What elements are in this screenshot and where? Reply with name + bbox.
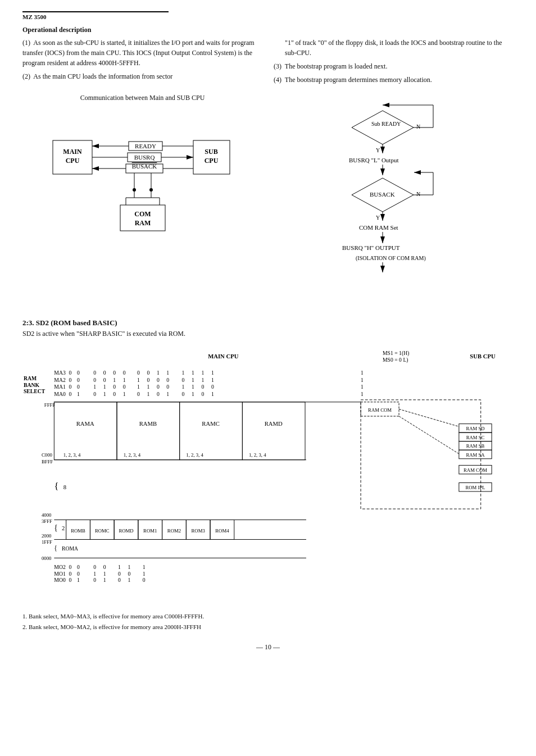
svg-text:0: 0 xyxy=(77,571,80,577)
svg-rect-149 xyxy=(242,402,305,460)
svg-text:0: 0 xyxy=(69,564,72,570)
svg-text:RAM SD: RAM SD xyxy=(466,426,484,431)
svg-text:1: 1 xyxy=(166,391,169,397)
svg-text:0: 0 xyxy=(166,384,169,390)
svg-text:0: 0 xyxy=(147,377,149,383)
svg-text:0: 0 xyxy=(143,577,146,583)
svg-text:MA2: MA2 xyxy=(54,377,66,383)
svg-text:ROMB: ROMB xyxy=(71,528,85,534)
svg-text:1: 1 xyxy=(128,564,130,570)
svg-text:0: 0 xyxy=(93,564,96,570)
svg-text:RAMB: RAMB xyxy=(139,420,157,427)
op-left: (1) As soon as the sub-CPU is started, i… xyxy=(22,38,262,85)
comm-diagram-svg: MAIN CPU SUB CPU READY BUSRQ BUSACK xyxy=(47,107,238,242)
op-item-1: (1) As soon as the sub-CPU is started, i… xyxy=(22,38,262,68)
svg-text:0: 0 xyxy=(113,370,116,376)
svg-text:0: 0 xyxy=(147,370,149,376)
operational-content: (1) As soon as the sub-CPU is started, i… xyxy=(22,38,514,85)
svg-marker-30 xyxy=(352,111,414,144)
svg-text:COM: COM xyxy=(134,210,151,218)
svg-text:0: 0 xyxy=(69,384,72,390)
svg-text:0000: 0000 xyxy=(42,555,52,561)
svg-text:ROMD: ROMD xyxy=(119,528,133,534)
section-23-title: 2:3. SD2 (ROM based BASIC) xyxy=(22,318,514,327)
bank-diagram-svg: MS1 = 1(H) MS0 = 0 L) SUB CPU MAIN CPU R… xyxy=(22,344,514,602)
svg-text:1: 1 xyxy=(123,377,126,383)
op-text-1: As soon as the sub-CPU is started, it in… xyxy=(22,39,255,67)
svg-line-203 xyxy=(399,416,459,454)
svg-text:1: 1 xyxy=(361,370,364,376)
svg-text:1: 1 xyxy=(128,577,130,583)
svg-text:3FFF: 3FFF xyxy=(42,518,52,524)
svg-text:1: 1 xyxy=(211,377,214,383)
svg-text:1: 1 xyxy=(211,391,214,397)
svg-text:1: 1 xyxy=(103,391,106,397)
svg-text:1: 1 xyxy=(118,564,121,570)
svg-text:1: 1 xyxy=(157,370,160,376)
svg-text:BANK: BANK xyxy=(24,382,39,388)
svg-text:1: 1 xyxy=(202,377,205,383)
footnote-1: 1. Bank select, MA0~MA3, is effective fo… xyxy=(22,611,514,622)
op-item-3: (3) The bootstrap program is loaded next… xyxy=(274,61,514,71)
svg-text:0: 0 xyxy=(166,377,169,383)
svg-text:0: 0 xyxy=(93,377,96,383)
svg-text:ROMA: ROMA xyxy=(62,545,78,552)
svg-text:RAMD: RAMD xyxy=(265,420,283,427)
svg-text:MAIN: MAIN xyxy=(63,148,82,156)
svg-text:(ISOLATION OF COM RAM): (ISOLATION OF COM RAM) xyxy=(356,255,426,262)
svg-text:1: 1 xyxy=(103,571,106,577)
svg-marker-49 xyxy=(414,170,421,175)
svg-text:0: 0 xyxy=(128,571,130,577)
svg-text:0: 0 xyxy=(103,564,106,570)
svg-text:BUSRQ  "L"  Output: BUSRQ "L" Output xyxy=(349,157,398,163)
svg-marker-36 xyxy=(383,103,389,107)
svg-marker-38 xyxy=(380,147,385,153)
svg-text:1: 1 xyxy=(192,370,194,376)
svg-text:0: 0 xyxy=(157,377,160,383)
header: MZ 3500 xyxy=(22,11,514,20)
svg-text:BUSACK: BUSACK xyxy=(131,163,157,170)
section-23: 2:3. SD2 (ROM based BASIC) SD2 is active… xyxy=(22,318,514,338)
svg-text:1: 1 xyxy=(361,384,364,390)
svg-text:1: 1 xyxy=(192,391,194,397)
model-label: MZ 3500 xyxy=(22,13,514,20)
svg-text:0: 0 xyxy=(123,384,126,390)
svg-text:MA1: MA1 xyxy=(54,384,66,390)
op-right: "1" of track "0" of the floppy disk, it … xyxy=(274,38,514,85)
footnote-2: 2. Bank select, MO0~MA2, is effective fo… xyxy=(22,622,514,632)
svg-text:1,  2,  3,  4: 1, 2, 3, 4 xyxy=(249,452,266,458)
svg-rect-27 xyxy=(120,205,165,231)
svg-text:0: 0 xyxy=(103,370,106,376)
svg-text:0: 0 xyxy=(113,391,116,397)
svg-text:READY: READY xyxy=(135,143,156,149)
svg-text:0: 0 xyxy=(123,370,126,376)
svg-text:MO2: MO2 xyxy=(54,564,66,570)
svg-text:4000: 4000 xyxy=(42,512,52,518)
op-item-cont: "1" of track "0" of the floppy disk, it … xyxy=(274,38,514,58)
svg-text:FFFF: FFFF xyxy=(44,402,56,408)
svg-text:1: 1 xyxy=(123,391,126,397)
op-text-4: The bootstrap program determines memory … xyxy=(285,76,432,84)
svg-line-202 xyxy=(399,409,459,426)
op-text-2: As the main CPU loads the information fr… xyxy=(33,72,172,80)
svg-text:0: 0 xyxy=(77,377,80,383)
svg-text:1: 1 xyxy=(93,384,96,390)
svg-text:1: 1 xyxy=(137,384,140,390)
flowchart-section: Sub READY N Y BUSRQ "L" Output BUSACK N xyxy=(274,94,514,307)
svg-text:{: { xyxy=(54,480,58,491)
svg-text:0: 0 xyxy=(69,391,72,397)
diagrams-section: Communication between Main and SUB CPU M… xyxy=(22,94,514,307)
svg-text:1: 1 xyxy=(103,384,106,390)
svg-text:ROM1: ROM1 xyxy=(143,528,157,534)
svg-text:0: 0 xyxy=(69,577,72,583)
op-num-2: (2) xyxy=(22,72,32,80)
svg-text:RAM COM: RAM COM xyxy=(464,467,487,473)
comm-diagram-section: Communication between Main and SUB CPU M… xyxy=(22,94,262,307)
svg-text:C000: C000 xyxy=(42,452,53,458)
page-number: — 10 — xyxy=(22,643,514,652)
svg-text:ROM3: ROM3 xyxy=(192,528,206,534)
svg-text:RAM: RAM xyxy=(134,219,151,227)
svg-text:Y: Y xyxy=(376,215,380,221)
op-num-1: (1) xyxy=(22,39,32,47)
svg-text:ROM4: ROM4 xyxy=(215,528,229,534)
